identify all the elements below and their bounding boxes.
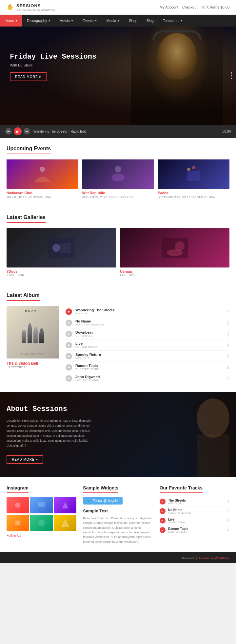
fav-track-num-1: 1: [224, 499, 229, 504]
album-artwork: DRAKE THANK ME LATER: [7, 306, 59, 359]
svg-point-4: [187, 168, 190, 171]
instagram-title: Instagram: [7, 485, 29, 493]
fav-track-play-2[interactable]: ▶: [160, 508, 166, 514]
nav-events[interactable]: Events ▼: [78, 15, 102, 27]
track-play-1[interactable]: ▶: [66, 308, 72, 315]
gallery-item-7dogs[interactable]: 7Dogs Ibiza, Spain: [7, 228, 116, 277]
track-num-3: 3: [223, 331, 229, 337]
track-item-1[interactable]: ▶ Wandering The Streets Radio Edit 1: [66, 306, 229, 317]
track-sub-6: Dubstep Remix: [75, 368, 223, 371]
fav-track-info-4: Ramon Tapia Dubstep Remix: [168, 527, 224, 533]
svg-point-2: [111, 174, 125, 181]
nav-home[interactable]: Home ▼: [0, 15, 22, 27]
track-play-3[interactable]: ▶: [66, 331, 72, 337]
svg-point-0: [40, 167, 45, 172]
about-read-more-button[interactable]: READ MORE »: [7, 455, 43, 464]
about-bg-figure: [170, 392, 236, 477]
album-artwork-inner: DRAKE THANK ME LATER: [7, 306, 59, 359]
person-silhouette: [157, 33, 197, 79]
gallery-item-ushaia[interactable]: Ushaia Ibiza, Spain: [120, 228, 229, 277]
player-prev-button[interactable]: ⏮: [5, 128, 12, 135]
gallery-loc-ushaia: Ibiza, Spain: [120, 273, 229, 277]
logo-sub: A music theme for WordPress: [16, 9, 55, 12]
favorite-tracks-widget: Our Favorite Tracks ▶ The Streets Radio …: [160, 485, 229, 544]
artwork-album-sub: THANK ME LATER: [21, 353, 45, 355]
fav-track-4[interactable]: ▶ Ramon Tapia Dubstep Remix 4: [160, 525, 229, 535]
nav-shop[interactable]: Shop: [124, 15, 142, 27]
track-sub-4: Ignited Remix: [75, 345, 223, 348]
track-num-4: 4: [223, 342, 229, 348]
player-play-button[interactable]: ▶: [14, 127, 22, 135]
latest-galleries-section: Latest Galleries 7Dogs Ibiza, Spain Usha…: [0, 207, 236, 285]
event-card-pacha[interactable]: Pacha September 13, 2017 / Las Vegas, US…: [158, 159, 229, 199]
event-date-hakkasan: July 8, 2017 / Las Vegas, USA: [7, 195, 78, 199]
nav-artists-arrow: ▼: [71, 19, 73, 22]
hero-read-more-button[interactable]: READ MORE »: [10, 72, 47, 81]
svg-point-11: [167, 249, 183, 256]
track-name-2: No Name: [75, 319, 223, 323]
hero-dots: [231, 72, 232, 79]
latest-album-title: Latest Album: [7, 292, 40, 301]
track-play-5[interactable]: ▶: [66, 353, 72, 359]
svg-point-7: [52, 244, 60, 252]
event-card-wet[interactable]: Wet Republic August 24, 2017 / Las Vegas…: [82, 159, 154, 199]
nav-artists[interactable]: Artists ▼: [55, 15, 78, 27]
fav-track-3[interactable]: ▶ Live Ignited Remix 3: [160, 516, 229, 525]
hero-dot-1: [231, 72, 232, 74]
track-sub-7: Live From Miami: [75, 379, 223, 382]
event-name-wet: Wet Republic: [82, 191, 154, 195]
nav-blog[interactable]: Blog: [142, 15, 158, 27]
twitter-label: Follow @cIsignite: [93, 499, 119, 503]
fav-track-play-1[interactable]: ▶: [160, 499, 166, 505]
artwork-fig-4: [39, 328, 44, 343]
fav-track-num-4: 4: [224, 528, 229, 532]
favorite-tracks-title: Our Favorite Tracks: [160, 485, 203, 493]
gallery-img-7dogs: [7, 228, 116, 267]
cart-icon: 🛒: [201, 5, 206, 9]
track-item-4[interactable]: ▶ Live Ignited Remix 4: [66, 340, 229, 351]
track-item-6[interactable]: ▶ Ramon Tapia Dubstep Remix 6: [66, 362, 229, 373]
event-img-wet: [82, 159, 154, 189]
track-sub-3: Unplugged: [75, 334, 223, 337]
fav-track-sub-1: Radio Edit: [168, 502, 224, 505]
track-item-2[interactable]: ▶ No Name Acoustic Version 2: [66, 317, 229, 328]
svg-point-18: [38, 520, 45, 526]
track-name-7: John Digweed: [75, 375, 223, 379]
track-play-2[interactable]: ▶: [66, 320, 72, 326]
player-time: 00:00: [223, 130, 231, 133]
hero-subtitle: With DJ Steve: [10, 63, 96, 67]
instagram-follow-link[interactable]: Follow Us: [7, 534, 76, 537]
track-name-6: Ramon Tapia: [75, 364, 223, 368]
svg-rect-8: [60, 243, 71, 253]
track-play-6[interactable]: ▶: [66, 364, 72, 371]
cart-total: $0.00: [220, 5, 229, 9]
main-nav: Home ▼ Discography ▼ Artists ▼ Events ▼ …: [0, 15, 236, 27]
track-sub-1: Radio Edit: [75, 312, 223, 315]
nav-templates[interactable]: Templates ▼: [158, 15, 187, 27]
track-item-7[interactable]: ▶ John Digweed Live From Miami 7: [66, 373, 229, 384]
svg-rect-17: [15, 521, 20, 525]
fav-track-1[interactable]: ▶ The Streets Radio Edit 1: [160, 497, 229, 506]
track-item-3[interactable]: ▶ Downbeat Unplugged 3: [66, 328, 229, 340]
cart-info: 🛒 0 Items $0.00: [201, 5, 229, 9]
twitter-follow-button[interactable]: 🐦 Follow @cIsignite: [83, 497, 123, 505]
event-card-hakkasan[interactable]: Hakkasan Club July 8, 2017 / Las Vegas, …: [7, 159, 78, 199]
nav-media[interactable]: Media ▼: [102, 15, 124, 27]
fav-track-num-3: 3: [224, 518, 229, 523]
upcoming-events-section: Upcoming Events Hakkasan Club July 8, 20…: [0, 138, 236, 207]
checkout-link[interactable]: Checkout: [182, 5, 197, 9]
fav-track-play-4[interactable]: ▶: [160, 527, 166, 533]
album-name: The Division Bell: [7, 361, 59, 366]
track-play-4[interactable]: ▶: [66, 342, 72, 348]
my-account-link[interactable]: My Account: [160, 5, 178, 9]
track-item-5[interactable]: ▶ Spooky Return Live Edit 5: [66, 351, 229, 362]
player-next-button[interactable]: ⏭: [24, 128, 30, 135]
player-bar: ⏮ ▶ ⏭ Wandering The Streets – Radio Edit…: [0, 125, 236, 138]
artwork-fig-1: [22, 330, 26, 343]
site-header: ✋ SESSIONS A music theme for WordPress M…: [0, 0, 236, 15]
fav-track-2[interactable]: ▶ No Name Acoustic Version 2: [160, 506, 229, 516]
track-play-7[interactable]: ▶: [66, 375, 72, 382]
album-layout: DRAKE THANK ME LATER The Division Bell _…: [7, 306, 229, 384]
nav-discography[interactable]: Discography ▼: [22, 15, 55, 27]
fav-track-play-3[interactable]: ▶: [160, 518, 166, 524]
